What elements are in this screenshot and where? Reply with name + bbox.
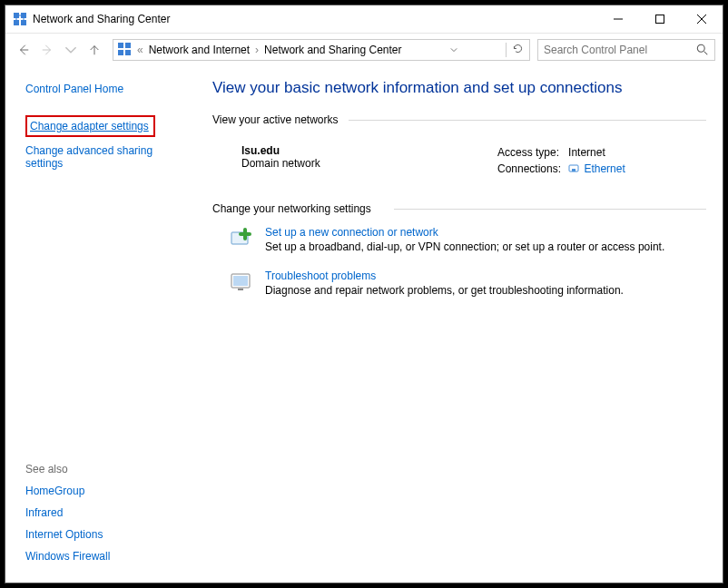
svg-rect-13 [118, 43, 123, 48]
page-title: View your basic network information and … [212, 79, 706, 97]
address-bar[interactable]: « Network and Internet › Network and Sha… [113, 39, 530, 61]
network-type: Domain network [241, 157, 496, 170]
ethernet-icon [568, 163, 579, 174]
search-bar[interactable] [537, 39, 715, 61]
access-type-label: Access type: [497, 146, 566, 161]
setup-connection-link[interactable]: Set up a new connection or network [265, 226, 664, 239]
window-title: Network and Sharing Center [33, 13, 597, 25]
setup-connection-item: Set up a new connection or network Set u… [212, 219, 706, 262]
up-button[interactable] [84, 39, 105, 61]
app-icon [13, 12, 27, 26]
annotation-highlight: Change adapter settings [25, 115, 155, 137]
svg-rect-0 [14, 13, 19, 18]
svg-rect-24 [238, 289, 243, 290]
svg-point-17 [697, 44, 704, 52]
search-icon[interactable] [696, 44, 709, 56]
troubleshoot-link[interactable]: Troubleshoot problems [265, 270, 624, 282]
svg-rect-15 [118, 50, 123, 55]
svg-rect-8 [656, 15, 664, 24]
address-icon [117, 42, 132, 59]
connections-label: Connections: [497, 162, 566, 177]
sidebar: Control Panel Home Change adapter settin… [5, 66, 198, 583]
troubleshoot-icon [229, 270, 254, 295]
minimize-button[interactable] [597, 5, 639, 33]
svg-rect-14 [125, 43, 131, 48]
change-settings-label: Change your networking settings [212, 202, 706, 215]
internet-options-link[interactable]: Internet Options [25, 528, 191, 541]
svg-rect-2 [14, 20, 19, 25]
main-panel: View your basic network information and … [198, 66, 723, 583]
troubleshoot-item: Troubleshoot problems Diagnose and repai… [212, 262, 706, 306]
active-network-row: lsu.edu Domain network Access type: Inte… [212, 130, 706, 202]
setup-connection-desc: Set up a broadband, dial-up, or VPN conn… [265, 240, 664, 253]
search-input[interactable] [544, 44, 696, 56]
troubleshoot-desc: Diagnose and repair network problems, or… [265, 284, 624, 297]
network-name: lsu.edu [241, 144, 496, 157]
breadcrumb-prefix: « [137, 44, 143, 56]
titlebar: Network and Sharing Center [5, 5, 723, 34]
forward-button[interactable] [36, 39, 58, 61]
homegroup-link[interactable]: HomeGroup [25, 485, 191, 497]
see-also-section: See also HomeGroup Infrared Internet Opt… [25, 463, 191, 572]
toolbar: « Network and Internet › Network and Sha… [5, 34, 723, 66]
window-controls [597, 5, 723, 33]
refresh-button[interactable] [506, 43, 526, 57]
access-type-value: Internet [568, 146, 631, 161]
windows-firewall-link[interactable]: Windows Firewall [25, 550, 191, 563]
svg-rect-1 [21, 13, 26, 18]
breadcrumb-current[interactable]: Network and Sharing Center [264, 44, 401, 56]
svg-rect-3 [21, 20, 26, 25]
svg-rect-20 [572, 169, 576, 172]
maximize-button[interactable] [639, 5, 681, 33]
back-button[interactable] [13, 39, 34, 61]
content-area: Control Panel Home Change adapter settin… [5, 66, 723, 583]
active-networks-label: View your active networks [212, 113, 706, 126]
infrared-link[interactable]: Infrared [25, 506, 191, 519]
see-also-label: See also [25, 463, 191, 475]
svg-line-18 [704, 52, 708, 55]
svg-rect-23 [233, 276, 248, 286]
recent-dropdown[interactable] [60, 39, 82, 61]
change-advanced-sharing-link[interactable]: Change advanced sharing settings [25, 144, 191, 170]
address-dropdown-icon[interactable] [447, 44, 461, 56]
change-adapter-settings-link[interactable]: Change adapter settings [30, 120, 149, 132]
breadcrumb-parent[interactable]: Network and Internet [149, 44, 250, 56]
close-button[interactable] [681, 5, 723, 33]
window-frame: Network and Sharing Center [5, 5, 723, 583]
setup-connection-icon [229, 226, 254, 251]
svg-rect-16 [125, 50, 131, 55]
ethernet-link[interactable]: Ethernet [584, 162, 625, 175]
breadcrumb-sep-icon: › [255, 44, 259, 56]
control-panel-home-link[interactable]: Control Panel Home [25, 83, 191, 95]
